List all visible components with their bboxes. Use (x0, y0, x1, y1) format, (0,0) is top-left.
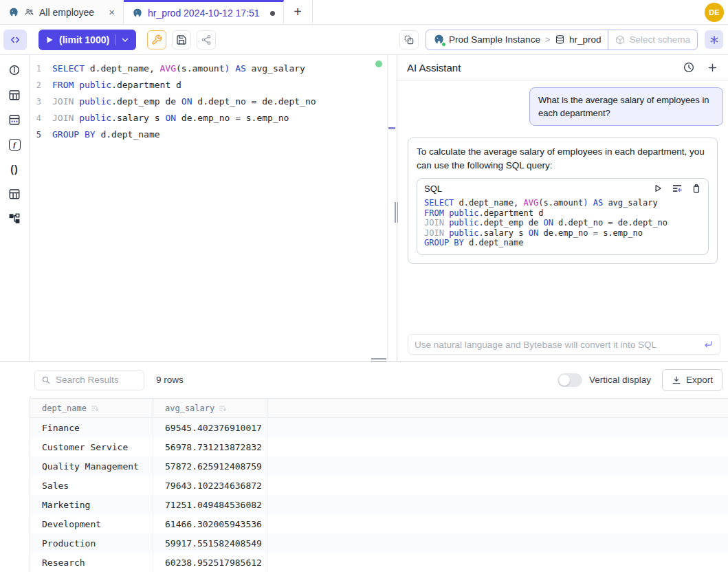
sql-token: = (235, 110, 241, 126)
result-row[interactable]: Development61466.302005943536 (30, 514, 728, 533)
line-number: 4 (30, 110, 52, 126)
sidebar-item-procedures[interactable]: () (0, 157, 30, 181)
instance-name: Prod Sample Instance (449, 34, 540, 45)
cell-avg-salary[interactable]: 69545.402376910017 (153, 418, 267, 437)
avatar[interactable]: DE (705, 3, 724, 22)
new-chat-plus-icon[interactable] (707, 62, 718, 74)
cell-dept-name[interactable]: Research (30, 553, 153, 572)
close-icon[interactable]: × (109, 7, 115, 17)
tab-label: All employee (39, 7, 94, 18)
sql-token: = (593, 228, 598, 238)
ai-code-line: SELECT d.dept_name, AVG(s.amount) AS avg… (424, 198, 701, 208)
sidebar-item-views[interactable] (0, 181, 30, 206)
result-row[interactable]: Research60238.952517985612 (30, 553, 728, 572)
sort-icon[interactable] (91, 404, 99, 412)
cell-dept-name[interactable]: Marketing (30, 495, 153, 514)
enter-return-icon[interactable] (703, 339, 714, 350)
column-label: dept_name (42, 404, 87, 413)
sql-editor-mode-button[interactable] (3, 30, 27, 50)
sql-token: .salary s (111, 110, 165, 126)
search-results-input[interactable] (56, 375, 137, 385)
save-sheet-button[interactable] (172, 30, 191, 49)
sql-token (588, 198, 593, 208)
cell-avg-salary[interactable]: 60238.952517985612 (153, 553, 267, 572)
column-header-avg-salary[interactable]: avg_salary (153, 399, 267, 417)
sql-token: de.emp_no (538, 228, 593, 238)
cell-dept-name[interactable]: Finance (30, 418, 153, 437)
sql-token: FROM (424, 208, 444, 218)
cell-avg-salary[interactable]: 59917.551582408549 (153, 533, 267, 553)
tab-hr-prod[interactable]: hr_prod 2024-10-12 17:51 (124, 0, 284, 24)
connection-chip: Prod Sample Instance > hr_prod Select sc… (426, 30, 698, 50)
sql-token: .salary s (479, 228, 529, 238)
batch-query-button[interactable] (399, 30, 419, 49)
insert-into-editor-icon[interactable] (672, 183, 683, 194)
sidebar-item-schema-diagram[interactable] (0, 206, 30, 231)
cell-dept-name[interactable]: Quality Management (30, 456, 153, 476)
cell-avg-salary[interactable]: 71251.049484536082 (153, 495, 267, 514)
sql-token: JOIN (424, 228, 444, 238)
sidebar-item-external-tables[interactable] (0, 107, 30, 132)
editor-line[interactable]: 1SELECT d.dept_name, AVG(s.amount) AS av… (30, 60, 397, 77)
copy-clipboard-icon[interactable] (692, 184, 701, 193)
column-header-dept-name[interactable]: dept_name (30, 399, 153, 417)
history-clock-icon[interactable] (683, 61, 695, 74)
cell-avg-salary[interactable]: 61466.302005943536 (153, 514, 267, 533)
sql-token (74, 77, 79, 93)
sql-token: ON (543, 218, 553, 228)
result-row[interactable]: Customer Service56978.731213872832 (30, 437, 728, 456)
cell-avg-salary[interactable]: 56978.731213872832 (153, 437, 267, 456)
cell-avg-salary[interactable]: 79643.102234636872 (153, 476, 267, 495)
ai-prompt-input[interactable] (415, 340, 703, 350)
new-tab-button[interactable]: + (284, 0, 313, 24)
result-row[interactable]: Marketing71251.049484536082 (30, 495, 728, 514)
sql-token: AVG (160, 60, 176, 77)
sql-editor[interactable]: 1SELECT d.dept_name, AVG(s.amount) AS av… (30, 55, 397, 361)
editor-line[interactable]: 4JOIN public.salary s ON de.emp_no = s.e… (30, 110, 397, 126)
chat-area: What is the average salary of employees … (397, 80, 728, 264)
sql-token: public (79, 93, 111, 110)
share-button[interactable] (197, 30, 216, 49)
cell-dept-name[interactable]: Sales (30, 476, 153, 495)
view-table-icon (8, 188, 21, 200)
header-filler (267, 399, 728, 417)
result-row[interactable]: Quality Management57872.625912408759 (30, 456, 728, 476)
scrollbar-thumb[interactable] (388, 127, 395, 129)
sidebar-item-functions[interactable]: f (0, 132, 30, 157)
ai-prompt-inputbox (408, 334, 720, 355)
sidebar-item-info[interactable] (0, 58, 30, 82)
run-query-button[interactable]: (limit 1000) (38, 30, 136, 50)
result-row[interactable]: Production59917.551582408549 (30, 533, 728, 553)
sql-token: ) (224, 60, 230, 77)
sql-token: d.dept_name, (85, 60, 160, 77)
run-code-icon[interactable] (653, 184, 663, 193)
results-resize-handle[interactable] (371, 358, 386, 363)
editor-line[interactable]: 2FROM public.department d (30, 77, 397, 93)
editor-line[interactable]: 3JOIN public.dept_emp de ON d.dept_no = … (30, 93, 397, 110)
ai-code-line: JOIN public.salary s ON de.emp_no = s.em… (424, 228, 701, 239)
sql-token: .department d (111, 77, 181, 93)
cell-dept-name[interactable]: Production (30, 533, 153, 553)
sql-token: d.dept_name (464, 238, 524, 247)
editor-line[interactable]: 5GROUP BY d.dept_name (30, 126, 397, 143)
editor-code[interactable]: 1SELECT d.dept_name, AVG(s.amount) AS av… (30, 55, 397, 143)
sql-token: public (79, 77, 111, 93)
sort-icon[interactable] (219, 404, 227, 412)
panel-resize-handle[interactable] (395, 202, 399, 223)
divider (115, 34, 115, 45)
sql-token (230, 60, 235, 77)
result-row[interactable]: Sales79643.102234636872 (30, 476, 728, 495)
schema-selector[interactable]: Select schema (608, 30, 697, 49)
cell-avg-salary[interactable]: 57872.625912408759 (153, 456, 267, 476)
vertical-display-toggle[interactable] (558, 373, 582, 387)
tab-all-employee[interactable]: All employee × (0, 0, 124, 24)
sidebar-item-tables[interactable] (0, 82, 30, 107)
result-row[interactable]: Finance69545.402376910017 (30, 418, 728, 437)
format-sql-button[interactable] (147, 30, 166, 49)
instance-database-selector[interactable]: Prod Sample Instance > hr_prod (426, 30, 608, 49)
export-button[interactable]: Export (662, 369, 723, 391)
cell-dept-name[interactable]: Development (30, 514, 153, 533)
cell-dept-name[interactable]: Customer Service (30, 437, 153, 456)
ai-assistant-button[interactable] (705, 30, 723, 49)
sql-token: SELECT (424, 198, 454, 208)
